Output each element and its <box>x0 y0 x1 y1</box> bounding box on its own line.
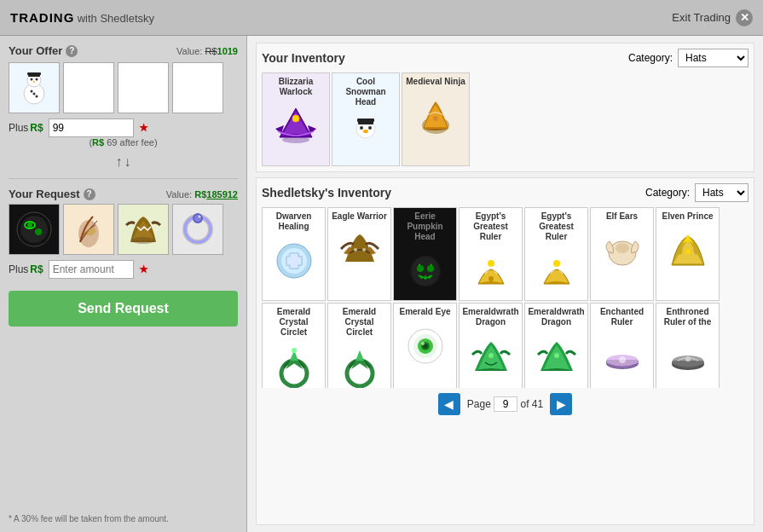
offer-slot-1[interactable] <box>9 62 60 113</box>
shed-category-row: Category: Hats Faces Gear <box>645 183 749 202</box>
exit-icon: ✕ <box>736 9 753 26</box>
svg-rect-3 <box>27 72 41 75</box>
your-inv-item-ninja[interactable]: Medieval Ninja <box>402 72 470 166</box>
send-request-button[interactable]: Send Request <box>9 291 238 327</box>
svg-point-29 <box>360 126 363 130</box>
svg-marker-55 <box>355 350 364 361</box>
svg-point-37 <box>362 248 366 252</box>
offer-robux-input[interactable] <box>49 119 134 137</box>
your-inventory-section: Your Inventory Category: Hats Faces Gear… <box>256 43 754 172</box>
svg-point-53 <box>292 348 297 353</box>
svg-point-45 <box>553 260 560 267</box>
request-robux-input[interactable] <box>49 260 134 279</box>
your-request-help-icon[interactable]: ? <box>84 188 95 200</box>
title-with: with Shedletsky <box>78 12 154 25</box>
svg-point-30 <box>368 126 372 130</box>
fee-amount: 69 <box>107 137 117 147</box>
exit-label: Exit Trading <box>672 11 731 24</box>
shed-item-emeraldwrath1[interactable]: Emeraldwrath Dragon <box>459 303 523 388</box>
title-trading: TRADING <box>10 10 74 25</box>
svg-point-13 <box>27 223 32 228</box>
your-inv-item-snowman[interactable]: Cool Snowman Head <box>332 72 400 166</box>
offer-slot-2[interactable] <box>63 62 114 113</box>
shed-item-pumpkin[interactable]: Eerie Pumpkin Head <box>393 207 457 301</box>
your-inventory-category-select[interactable]: Hats Faces Gear Packages <box>678 49 749 67</box>
right-panel: Your Inventory Category: Hats Faces Gear… <box>247 36 763 532</box>
svg-point-43 <box>488 260 494 267</box>
shed-item-egypt1[interactable]: Egypt's Greatest Ruler <box>459 207 523 301</box>
page-info: Page of 41 <box>467 396 543 412</box>
svg-point-33 <box>433 116 438 121</box>
req-rs-label: R$ <box>30 263 43 275</box>
feather-svg <box>67 208 110 251</box>
prev-page-button[interactable]: ◀ <box>438 393 460 415</box>
shed-item-elf-ears[interactable]: Elf Ears <box>590 207 654 301</box>
req-star-icon: ★ <box>139 263 148 275</box>
your-inv-item-blizzaria[interactable]: Blizzaria Warlock <box>262 72 330 166</box>
page-number-input[interactable] <box>494 396 517 412</box>
your-offer-label: Your Offer ? <box>9 44 78 57</box>
shed-item-emerald-eye[interactable]: Emerald Eye <box>393 303 457 388</box>
svg-point-47 <box>616 243 629 253</box>
value-label: Value: <box>176 46 202 56</box>
request-slot-3[interactable] <box>118 204 169 255</box>
svg-point-69 <box>619 356 626 363</box>
of-label: of <box>521 398 529 410</box>
svg-point-9 <box>36 95 38 98</box>
svg-point-63 <box>421 342 425 345</box>
swap-arrows: ↑ ↓ <box>9 154 238 170</box>
offer-slot-4[interactable] <box>172 62 223 113</box>
shed-inventory-title: Shedletsky's Inventory <box>262 186 391 200</box>
shed-item-egypt2[interactable]: Egypt's Greatest Ruler <box>524 207 588 301</box>
your-item-name-blizzaria: Blizzaria Warlock <box>266 77 326 97</box>
arrow-down: ↓ <box>124 154 131 170</box>
trading-header: TRADING with Shedletsky Exit Trading ✕ <box>0 0 763 36</box>
fee-disclaimer: * A 30% fee will be taken from the amoun… <box>9 514 238 523</box>
shed-item-enthroned[interactable]: Enthroned Ruler of the <box>656 303 720 388</box>
request-slot-2[interactable] <box>63 204 114 255</box>
svg-point-65 <box>554 353 559 358</box>
your-inventory-category-row: Category: Hats Faces Gear Packages <box>628 49 749 67</box>
your-item-name-snowman: Cool Snowman Head <box>336 77 396 107</box>
svg-point-44 <box>488 276 494 281</box>
exit-trading-button[interactable]: Exit Trading ✕ <box>672 9 753 26</box>
req-value-rs: R$ <box>194 189 206 200</box>
ninja-img <box>410 90 461 142</box>
request-slot-4[interactable] <box>172 204 223 255</box>
page-label: Page <box>467 398 491 410</box>
next-page-button[interactable]: ▶ <box>550 393 572 415</box>
shed-inventory-category-select[interactable]: Hats Faces Gear <box>695 183 749 202</box>
your-request-header-row: Your Request ? Value: R$185912 <box>9 188 238 200</box>
request-slot-1[interactable] <box>9 204 60 255</box>
your-offer-section: Your Offer ? Value: R$1019 <box>9 44 238 147</box>
plus-label: Plus R$ <box>9 122 43 134</box>
your-offer-value: Value: R$1019 <box>176 46 238 56</box>
shed-item-emerald2[interactable]: Emerald Crystal Circlet <box>327 303 391 388</box>
shed-item-elven-prince[interactable]: Elven Prince <box>656 207 720 301</box>
shed-header-row: Shedletsky's Inventory Category: Hats Fa… <box>262 183 749 202</box>
shed-inventory-section: Shedletsky's Inventory Category: Hats Fa… <box>256 177 754 525</box>
blizzaria-img <box>270 101 321 152</box>
snowman-inv-img <box>340 111 391 162</box>
svg-point-7 <box>31 90 33 93</box>
offer-slot-3[interactable] <box>118 62 169 113</box>
category-label: Category: <box>628 52 673 64</box>
ring-svg <box>176 208 219 251</box>
req-plus-label: Plus R$ <box>9 263 43 275</box>
svg-point-5 <box>36 78 38 81</box>
svg-point-41 <box>417 265 424 272</box>
your-request-value: Value: R$185912 <box>166 189 238 200</box>
shed-item-eagle[interactable]: Eagle Warrior <box>327 207 391 301</box>
your-inventory-title: Your Inventory <box>262 51 345 65</box>
dark-orb-svg <box>13 208 55 251</box>
pagination: ◀ Page of 41 ▶ <box>262 388 749 420</box>
shed-item-dwarven[interactable]: Dwarven Healing <box>262 207 326 301</box>
svg-point-31 <box>363 130 368 133</box>
shed-item-emerald1[interactable]: Emerald Crystal Circlet <box>262 303 326 388</box>
svg-point-64 <box>488 353 494 358</box>
shed-item-enchanted-ruler[interactable]: Enchanted Ruler <box>590 303 654 388</box>
svg-point-40 <box>412 257 439 286</box>
your-offer-help-icon[interactable]: ? <box>66 45 78 57</box>
svg-point-4 <box>31 78 33 81</box>
shed-item-emeraldwrath2[interactable]: Emeraldwrath Dragon <box>524 303 588 388</box>
